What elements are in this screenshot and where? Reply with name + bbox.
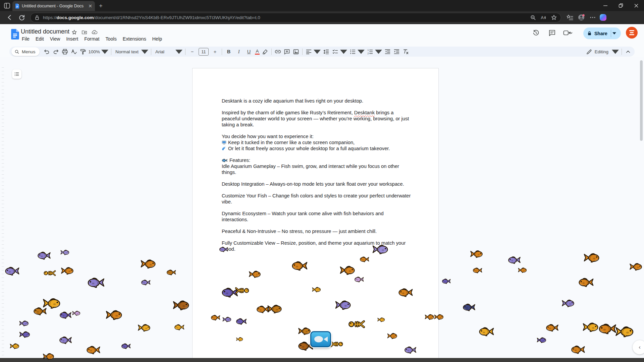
- menu-item-file[interactable]: File: [19, 35, 33, 43]
- version-history-icon[interactable]: [532, 29, 540, 37]
- zoom-select[interactable]: 100%: [88, 47, 110, 56]
- doc-line[interactable]: Desktank is a cozy idle aquarium that li…: [222, 98, 411, 104]
- menu-item-insert[interactable]: Insert: [63, 35, 81, 43]
- bulleted-list-button[interactable]: [348, 47, 366, 56]
- document-text[interactable]: Desktank is a cozy idle aquarium that li…: [193, 68, 438, 252]
- bold-button[interactable]: B: [224, 47, 234, 56]
- hide-menus-button[interactable]: [624, 47, 633, 56]
- menu-item-extensions[interactable]: Extensions: [120, 35, 149, 43]
- text-color-button[interactable]: A: [254, 47, 261, 56]
- align-button[interactable]: [304, 47, 322, 56]
- paragraph-style-select[interactable]: Normal text: [113, 47, 149, 56]
- doc-line[interactable]: Keep it tucked in the corner like a cute…: [222, 139, 411, 145]
- docs-menubar: FileEditViewInsertFormatToolsExtensionsH…: [19, 35, 165, 43]
- user-avatar[interactable]: [626, 27, 638, 39]
- favorites-list-icon[interactable]: [566, 14, 574, 21]
- doc-line[interactable]: Desktop Integration – Always-on-top mode…: [222, 181, 411, 187]
- share-label: Share: [594, 31, 607, 36]
- back-icon[interactable]: [6, 14, 13, 21]
- decrease-font-size-button[interactable]: −: [187, 47, 197, 56]
- browser-tab[interactable]: Untitled document - Google Docs ✕: [12, 1, 95, 11]
- doc-line[interactable]: Or let it float freely across your whole…: [222, 145, 411, 152]
- profile-avatar-icon[interactable]: [578, 14, 585, 21]
- numbered-list-button[interactable]: 12: [366, 47, 383, 56]
- doc-line[interactable]: Fully Customizable View – Resize, positi…: [222, 240, 411, 252]
- star-document-icon[interactable]: [71, 29, 77, 36]
- redo-button[interactable]: [51, 47, 60, 56]
- google-docs-icon[interactable]: [11, 28, 19, 40]
- clear-formatting-button[interactable]: [401, 47, 410, 56]
- toolbar-separator: [222, 49, 222, 55]
- underline-button[interactable]: U: [244, 47, 254, 56]
- google-docs-favicon: [15, 3, 19, 9]
- doc-line[interactable]: Customize Your Fish – Change fish colors…: [222, 193, 411, 205]
- bluefish-emoji-icon: [222, 159, 228, 162]
- vertical-ruler: [2, 67, 4, 356]
- tab-close-icon[interactable]: ✕: [88, 3, 92, 9]
- copilot-icon[interactable]: [600, 14, 606, 21]
- menu-item-edit[interactable]: Edit: [33, 35, 47, 43]
- restore-button[interactable]: [613, 0, 629, 11]
- paint-format-button[interactable]: [78, 47, 88, 56]
- checklist-button[interactable]: [331, 47, 348, 56]
- show-side-panel-button[interactable]: ‹: [633, 340, 644, 354]
- vertical-scrollbar[interactable]: [640, 60, 643, 141]
- misspelled-word[interactable]: Desktank: [354, 110, 375, 115]
- line-spacing-button[interactable]: [322, 47, 331, 56]
- undo-button[interactable]: [42, 47, 51, 56]
- print-button[interactable]: [60, 47, 69, 56]
- italic-button[interactable]: I: [234, 47, 244, 56]
- refresh-icon[interactable]: [18, 14, 25, 21]
- address-bar[interactable]: https://docs.google.com/document/d/1RNhs…: [30, 13, 561, 22]
- menu-item-format[interactable]: Format: [81, 35, 102, 43]
- pencil-icon: [586, 48, 593, 55]
- paragraph-style-value: Normal text: [114, 49, 140, 54]
- doc-line[interactable]: Peaceful & Non-Intrusive – No stress, no…: [222, 228, 411, 234]
- favorite-star-icon[interactable]: [550, 14, 557, 21]
- share-dropdown-caret-icon[interactable]: [612, 32, 616, 35]
- move-to-folder-icon[interactable]: [81, 29, 88, 36]
- doc-line[interactable]: You decide how you want to experience it…: [222, 133, 411, 139]
- document-canvas: Desktank is a cozy idle aquarium that li…: [0, 57, 644, 362]
- doc-line[interactable]: Inspired by the charm of idle games like…: [222, 110, 411, 128]
- new-tab-button[interactable]: ＋: [98, 3, 104, 8]
- menus-search-button[interactable]: Menus: [11, 47, 40, 56]
- increase-font-size-button[interactable]: ＋: [210, 47, 220, 56]
- read-aloud-icon[interactable]: A: [540, 14, 547, 21]
- font-size-input[interactable]: 11: [199, 48, 209, 56]
- insert-image-button[interactable]: [291, 47, 301, 56]
- doc-line[interactable]: Features:: [222, 157, 411, 163]
- font-select[interactable]: Arial: [153, 47, 183, 56]
- document-page[interactable]: Desktank is a cozy idle aquarium that li…: [192, 68, 439, 362]
- share-button[interactable]: Share: [583, 27, 621, 39]
- add-comment-button[interactable]: [282, 47, 291, 56]
- minimize-button[interactable]: [598, 0, 613, 11]
- show-document-tabs-button[interactable]: [12, 69, 21, 79]
- lock-icon[interactable]: [34, 14, 40, 21]
- settings-dots-icon[interactable]: [589, 14, 596, 21]
- meet-video-icon[interactable]: [563, 29, 573, 37]
- spellcheck-button[interactable]: [69, 47, 78, 56]
- close-button[interactable]: [629, 0, 644, 11]
- menu-item-view[interactable]: View: [47, 35, 63, 43]
- highlight-color-button[interactable]: [261, 47, 270, 56]
- increase-indent-button[interactable]: [392, 47, 401, 56]
- document-title[interactable]: Untitled document: [21, 28, 69, 35]
- toolbar-separator: [271, 49, 272, 55]
- toolbar-separator: [111, 49, 111, 55]
- doc-line[interactable]: Dynamic Ecosystem – Watch your tank come…: [222, 210, 411, 223]
- menu-item-tools[interactable]: Tools: [102, 35, 119, 43]
- doc-line[interactable]: Idle Aquarium Gameplay – Fish swim, grow…: [222, 163, 411, 175]
- workspaces-icon[interactable]: [3, 2, 11, 9]
- editing-mode-select[interactable]: Editing: [585, 47, 620, 56]
- menu-item-help[interactable]: Help: [149, 35, 165, 43]
- comments-icon[interactable]: [548, 29, 556, 37]
- insert-link-button[interactable]: [273, 47, 282, 56]
- align-caret-icon: [314, 48, 321, 55]
- zoom-out-icon[interactable]: [530, 14, 537, 21]
- browser-titlebar: Untitled document - Google Docs ✕ ＋: [0, 0, 644, 11]
- decrease-indent-button[interactable]: [383, 47, 392, 56]
- tank-floor-strip: [0, 358, 644, 362]
- cloud-saved-icon[interactable]: [91, 29, 98, 36]
- desktank-app-button[interactable]: [310, 331, 331, 347]
